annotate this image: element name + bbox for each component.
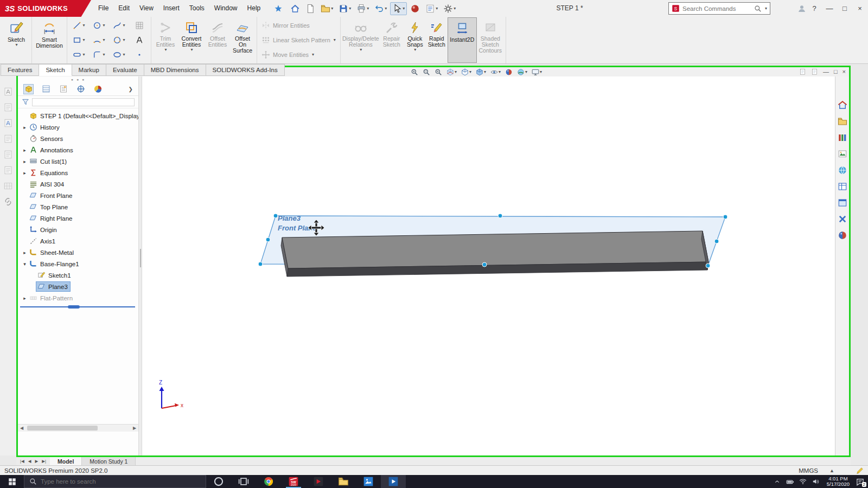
search-dropdown-caret[interactable]: ▾ [765,7,767,11]
doc-nav-3[interactable]: ▶ [34,459,40,464]
expand-arrow-icon[interactable]: ▸ [21,170,28,176]
arc-tool-caret[interactable]: ▾ [103,38,105,42]
linear-sketch-pattern-button[interactable]: Linear Sketch Pattern ▾ [261,34,336,47]
expand-arrow-icon[interactable]: ▸ [21,159,28,164]
view-orientation-button[interactable]: ▾ [460,67,473,76]
circle-tool-caret[interactable]: ▾ [103,23,105,28]
display-delete-relations-button[interactable]: Display/Delete Relations ▾ [342,17,379,63]
side-tab-7[interactable] [2,180,14,192]
section-view-caret[interactable]: ▾ [455,70,457,74]
featuremanager-tab[interactable] [23,84,34,94]
side-tab-3[interactable] [2,117,14,129]
tp-library-tab[interactable] [837,132,848,143]
undo-button[interactable]: ▾ [372,2,389,15]
propertymanager-tab[interactable] [41,84,51,94]
side-tab-4[interactable] [2,133,14,145]
tree-item-right-plane[interactable]: Right Plane [18,213,138,224]
tree-item-aisi-304[interactable]: AISI 304 [18,178,138,190]
tab-sketch[interactable]: Sketch [39,64,72,76]
tray-expand-button[interactable] [771,475,783,488]
task-view-taskbar-button[interactable] [231,475,256,488]
convert-dropdown-caret[interactable]: ▾ [190,48,193,52]
tree-item-annotations[interactable]: ▸Annotations [18,144,138,156]
smart-dimension-button[interactable]: Smart Dimension [34,17,65,63]
line-tool-caret[interactable]: ▾ [82,23,85,28]
slot-tool-button[interactable]: ▾ [69,48,89,62]
media-app-taskbar-button[interactable] [381,475,406,488]
displaymanager-tab[interactable] [93,84,103,94]
splitter-grip[interactable] [140,249,141,267]
tree-item-equations[interactable]: ▸Equations [18,167,138,178]
display-style-caret[interactable]: ▾ [484,70,486,74]
trim-entities-button[interactable]: Trim Entities ▾ [153,17,178,63]
tree-item-front-plane[interactable]: Front Plane [18,190,138,201]
tree-horizontal-scrollbar[interactable]: ◀ ▶ [18,424,138,432]
move-entities-button[interactable]: Move Entities ▾ [261,48,336,61]
plane-handle[interactable] [714,239,719,243]
perimeter-circle-tool-caret[interactable]: ▾ [123,38,125,42]
expand-arrow-icon[interactable]: ▸ [21,147,28,153]
tree-item-top-plane[interactable]: Top Plane [18,201,138,213]
side-tab-6[interactable] [2,164,14,176]
expand-arrow-icon[interactable]: ▸ [21,296,28,301]
quick-snaps-caret[interactable]: ▾ [414,48,416,52]
ellipse-tool-caret[interactable]: ▾ [123,53,125,57]
select-caret[interactable]: ▾ [403,7,405,11]
view-settings-button[interactable]: ▾ [531,67,543,76]
save-button[interactable]: ▾ [336,2,353,15]
circle-tool-button[interactable]: ▾ [89,18,109,33]
photos-taskbar-button[interactable] [356,475,381,488]
quick-snaps-button[interactable]: Quick Snaps ▾ [404,17,426,63]
maximize-button[interactable]: □ [838,2,852,16]
side-tab-5[interactable] [2,149,14,160]
tp-folder-tab[interactable] [837,115,848,127]
rollback-bar[interactable] [20,306,135,307]
pattern-tool-button[interactable] [129,18,149,33]
display-delete-caret[interactable]: ▾ [360,48,362,52]
start-button[interactable] [0,475,24,488]
document-minimize-button[interactable]: — [823,67,829,76]
collapse-arrow-icon[interactable]: ▾ [21,261,28,267]
command-search-box[interactable]: S ▾ [668,2,770,15]
perimeter-circle-tool-button[interactable]: ▾ [109,33,129,48]
arc-tool-button[interactable]: ▾ [89,33,109,48]
doc-tab-motion-study-1[interactable]: Motion Study 1 [82,457,136,465]
panel-splitter[interactable] [138,76,142,455]
volume-status[interactable] [810,475,822,488]
menu-insert[interactable]: Insert [158,0,184,17]
network-status[interactable] [797,475,809,488]
hide-show-items-caret[interactable]: ▾ [499,70,501,74]
plane-handle[interactable] [273,214,278,218]
apply-scene-button[interactable]: ▾ [516,67,528,76]
plane3-label[interactable]: Plane3 [278,214,301,222]
spline-tool-button[interactable]: ▾ [109,18,129,33]
print-caret[interactable]: ▾ [367,7,369,11]
options-button[interactable]: ▾ [441,2,458,15]
taskbar-search-box[interactable] [24,475,206,488]
linear-pattern-caret[interactable]: ▾ [334,38,336,42]
tree-root-item[interactable]: STEP 1 (Default<<Default>_Display St [18,110,138,121]
tree-item-origin[interactable]: Origin [18,224,138,235]
minimize-button[interactable]: — [822,2,837,16]
menu-view[interactable]: View [135,0,158,17]
rebuild-button[interactable] [408,2,422,15]
mirror-entities-button[interactable]: Mirror Entities [261,19,336,32]
doc-nav-2[interactable]: ◀ [27,459,33,464]
tree-item-flat-pattern[interactable]: ▸Flat-Pattern [18,292,138,304]
print-button[interactable]: ▾ [354,2,371,15]
menu-file[interactable]: File [93,0,113,17]
doc-nav-1[interactable]: |◀ [18,459,26,464]
display-style-button[interactable]: ▾ [475,67,487,76]
tree-item-sheet-metal[interactable]: ▸Sheet-Metal [18,247,138,258]
view-orientation-caret[interactable]: ▾ [469,70,471,74]
taskbar-clock[interactable]: 4:01 PM 5/17/2020 [823,476,853,487]
plane-handle[interactable] [498,214,502,218]
plane-handle[interactable] [482,262,487,267]
move-entities-caret[interactable]: ▾ [312,53,314,57]
rectangle-tool-button[interactable]: ▾ [69,33,89,48]
menu-help[interactable]: Help [242,0,266,17]
tp-globe-tab[interactable] [837,164,848,176]
tab-evaluate[interactable]: Evaluate [106,64,144,76]
cortana-taskbar-button[interactable] [206,475,231,488]
file-properties-caret[interactable]: ▾ [436,7,438,11]
